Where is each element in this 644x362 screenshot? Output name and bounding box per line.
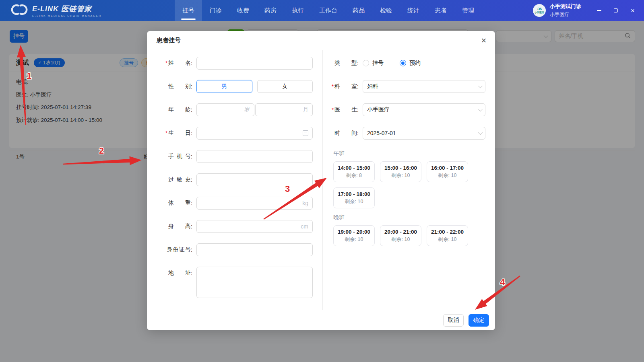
elink-logo-icon (10, 3, 28, 18)
form-row-doctor: *医生: 小手医疗 (323, 103, 485, 116)
minimize-button[interactable] (596, 7, 602, 14)
form-row-address: 地址: (157, 267, 313, 298)
brand-subtitle: E-LINK MEDICAL CHAIN MANAGER (32, 14, 101, 17)
department-select[interactable]: 妇科 (363, 80, 485, 93)
restore-button[interactable] (613, 7, 619, 14)
org-name: 小手医疗 (550, 11, 581, 18)
cancel-button[interactable]: 取消 (443, 314, 464, 327)
height-input[interactable]: cm (196, 220, 313, 233)
form-row-type: 类型: 挂号 预约 (323, 57, 485, 70)
nav-item-workbench[interactable]: 工作台 (312, 0, 345, 21)
nav-item-billing[interactable]: 收费 (229, 0, 257, 21)
nav-item-patients[interactable]: 患者 (427, 0, 454, 21)
type-radio-registration[interactable]: 挂号 (363, 60, 384, 67)
modal-title: 患者挂号 (157, 37, 181, 44)
nav-item-outpatient[interactable]: 门诊 (202, 0, 229, 21)
form-row-time: 时间: 2025-07-01 (323, 127, 485, 140)
phone-input[interactable] (196, 150, 313, 163)
form-row-allergy: 过敏史: (157, 173, 313, 186)
type-radio-appointment[interactable]: 预约 (400, 60, 421, 67)
brand-title: E-LiNK 医链管家 (32, 4, 101, 14)
radio-selected-icon (400, 60, 406, 66)
form-row-height: 身高: cm (157, 220, 313, 233)
form-row-phone: 手机号: (157, 150, 313, 163)
minimize-icon (597, 10, 601, 11)
calendar-icon (303, 130, 308, 136)
nav-item-pharmacy[interactable]: 药房 (257, 0, 284, 21)
main-menu: 挂号 门诊 收费 药房 执行 工作台 药品 检验 统计 患者 管理 (175, 0, 482, 21)
time-slot[interactable]: 15:00 - 16:00 剩余: 10 (380, 161, 421, 182)
age-years-input[interactable]: 岁 (196, 103, 254, 116)
weight-input[interactable]: kg (196, 197, 313, 210)
date-select[interactable]: 2025-07-01 (363, 127, 485, 140)
form-row-id-card: 身份证号: (157, 243, 313, 256)
nav-item-statistics[interactable]: 统计 (400, 0, 427, 21)
time-slot[interactable]: 17:00 - 18:00 剩余: 10 (333, 187, 375, 208)
shift-label-evening: 晚班 (333, 214, 485, 221)
form-row-department: *科室: 妇科 (323, 80, 485, 93)
avatar-logo-mark: ƆƐ (537, 7, 541, 11)
avatar-text: 小手医疗 (535, 11, 544, 14)
form-row-name: *姓名: (157, 57, 313, 70)
clinic-name: 小手测试门诊 (550, 3, 581, 10)
window-close-button[interactable]: × (630, 7, 636, 14)
allergy-input[interactable] (196, 173, 313, 186)
time-slot[interactable]: 16:00 - 17:00 剩余: 10 (427, 161, 468, 182)
modal-close-icon[interactable]: × (479, 35, 489, 46)
shift-label-afternoon: 午班 (333, 150, 485, 157)
gender-female-button[interactable]: 女 (257, 80, 313, 93)
gender-male-button[interactable]: 男 (196, 80, 252, 93)
form-row-gender: 性别: 男 女 (157, 80, 313, 93)
user-info[interactable]: 小手测试门诊 小手医疗 (550, 3, 581, 18)
clinic-avatar[interactable]: ƆƐ 小手医疗 (533, 4, 546, 17)
address-textarea[interactable] (196, 267, 313, 298)
time-slot[interactable]: 19:00 - 20:00 剩余: 10 (333, 225, 375, 246)
restore-icon (614, 8, 618, 12)
name-input[interactable] (196, 57, 313, 70)
time-slot[interactable]: 14:00 - 15:00 剩余: 8 (333, 161, 375, 182)
confirm-button[interactable]: 确定 (469, 314, 489, 327)
nav-item-lab[interactable]: 检验 (372, 0, 400, 21)
nav-item-management[interactable]: 管理 (454, 0, 482, 21)
nav-item-drugs[interactable]: 药品 (345, 0, 372, 21)
patient-registration-modal: 患者挂号 × *姓名: 性别: 男 女 年龄: 岁 月 (147, 31, 495, 330)
age-months-input[interactable]: 月 (255, 103, 313, 116)
form-row-weight: 体重: kg (157, 197, 313, 210)
top-nav-bar: E-LiNK 医链管家 E-LINK MEDICAL CHAIN MANAGER… (0, 0, 644, 21)
id-card-input[interactable] (196, 243, 313, 256)
birthday-input[interactable] (196, 127, 313, 140)
nav-item-execute[interactable]: 执行 (284, 0, 312, 21)
nav-item-registration[interactable]: 挂号 (175, 0, 202, 21)
brand: E-LiNK 医链管家 E-LINK MEDICAL CHAIN MANAGER (0, 3, 161, 18)
doctor-select[interactable]: 小手医疗 (363, 103, 485, 116)
form-row-age: 年龄: 岁 月 (157, 103, 313, 116)
time-slot[interactable]: 20:00 - 21:00 剩余: 10 (380, 225, 421, 246)
radio-icon (363, 60, 369, 66)
form-row-birthday: *生日: (157, 127, 313, 140)
time-slot[interactable]: 21:00 - 22:00 剩余: 10 (427, 225, 468, 246)
